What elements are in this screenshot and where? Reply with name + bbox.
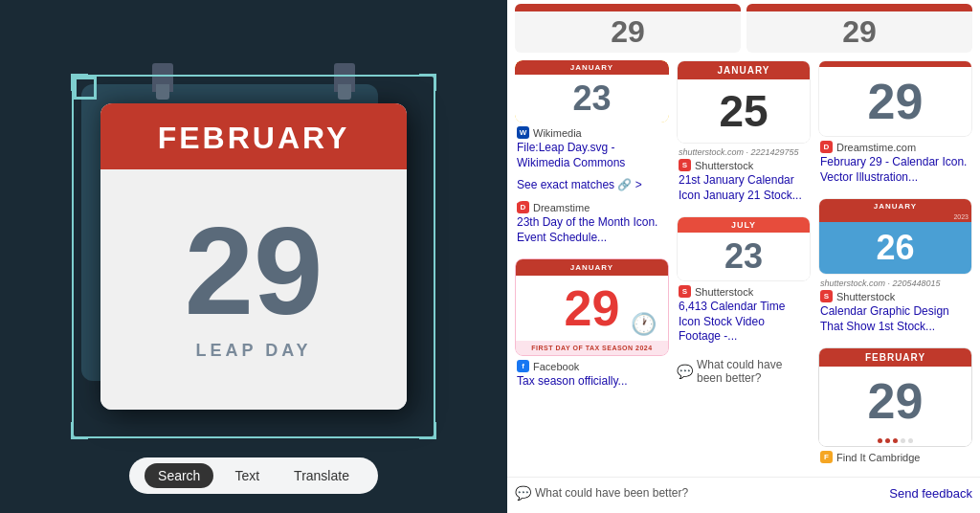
wikimedia-source: W Wikimedia (515, 126, 669, 139)
col-right: 29 D Dreamstime.com February 29 - Calend… (818, 60, 972, 465)
feb29-calendar-top: 29 (818, 60, 972, 137)
calendar-container: FEBRUARY 29 LEAP DAY (72, 75, 435, 438)
jul23-card: JULY 23 S Shutterstock 6,413 Calendar Ti… (677, 216, 811, 350)
tax-calendar: JANUARY 29 🕐 FIRST DAY OF TAX SEASON 202… (515, 258, 669, 356)
clock-icon: 🕐 (631, 312, 657, 337)
wikimedia-card: JANUARY 23 W Wikimedia File:Leap Day.svg… (515, 60, 669, 193)
feb29-day-top: 29 (868, 67, 924, 136)
corner-br (419, 422, 436, 439)
jan2023-card: JANUARY 2023 26 shutterstock.com · 22054… (818, 198, 972, 340)
dreamstime-title[interactable]: 23th Day of the Month Icon. Event Schedu… (515, 215, 669, 245)
shutterstock-icon-3: S (820, 290, 833, 302)
jan25-day: 25 (678, 79, 810, 143)
feb29-top-title[interactable]: February 29 - Calendar Icon. Vector Illu… (818, 155, 972, 185)
wikimedia-icon: W (517, 126, 529, 139)
chat-icon-bottom: 💬 (515, 485, 531, 501)
translate-button[interactable]: Translate (280, 463, 363, 488)
chat-icon: 💬 (677, 364, 693, 379)
search-button[interactable]: Search (145, 463, 213, 488)
corner-tr (419, 74, 436, 91)
shutterstock-icon-1: S (679, 159, 691, 171)
dreamstime-card: D Dreamstime 23th Day of the Month Icon.… (515, 201, 669, 251)
dreamstime-source: D Dreamstime (515, 201, 669, 213)
jan25-header: JANUARY (678, 61, 810, 79)
jul23-calendar: JULY 23 (677, 216, 811, 281)
feb-full-dots (819, 435, 971, 446)
dreamstime-source-name: Dreamstime (533, 202, 590, 213)
feb-full-calendar: FEBRUARY 29 (818, 347, 972, 447)
what-better-bottom: 💬 What could have been better? (515, 485, 688, 501)
facebook-icon: f (517, 360, 529, 372)
shutterstock-icon-2: S (679, 285, 691, 298)
shutterstock-source-1: shutterstock.com · 2221429755 (677, 147, 811, 157)
corner-bl (71, 422, 88, 439)
col-mid: JANUARY 25 shutterstock.com · 2221429755… (677, 60, 811, 465)
partial-cal-right: 29 (746, 4, 972, 53)
facebook-source: f Facebook (515, 360, 669, 372)
see-matches-link[interactable]: See exact matches 🔗 > (515, 176, 669, 193)
shutterstock-name-3: Shutterstock (836, 291, 895, 302)
dreamstime-source-2: D Dreamstime.com (818, 141, 972, 153)
shutterstock-url-3: shutterstock.com · 2205448015 (820, 279, 941, 288)
wikimedia-img: JANUARY 23 (515, 60, 669, 123)
shutterstock-url-1: shutterstock.com · 2221429755 (679, 147, 799, 157)
shutterstock-brand-2: S Shutterstock (677, 285, 811, 298)
partial-num-left: 29 (611, 11, 645, 53)
jan2023-year: 2023 (819, 213, 971, 222)
send-feedback-link[interactable]: Send feedback (889, 486, 972, 501)
top-partial-row: 29 29 (507, 0, 980, 53)
text-button[interactable]: Text (221, 463, 273, 488)
partial-bar-right (746, 4, 972, 11)
left-panel: FEBRUARY 29 LEAP DAY Search Text Transla… (0, 0, 507, 513)
what-better-text: What could have been better? (697, 358, 811, 385)
dot-5 (908, 438, 913, 443)
shutterstock-brand-3: S Shutterstock (818, 290, 972, 302)
jan25-img-wrapper: JANUARY 25 (677, 60, 811, 144)
partial-cal-left: 29 (515, 4, 741, 53)
tax-cal-day: 29 🕐 (516, 276, 668, 341)
feb-full-header: FEBRUARY (819, 348, 971, 367)
feb-full-card: FEBRUARY 29 F Find It Cambridge (818, 347, 972, 465)
wikimedia-source-name: Wikimedia (533, 127, 582, 139)
dot-2 (885, 438, 890, 443)
dreamstime-icon-2: D (820, 141, 833, 153)
tax-season-img-wrapper: JANUARY 29 🕐 FIRST DAY OF TAX SEASON 202… (515, 258, 669, 356)
tax-season-card: JANUARY 29 🕐 FIRST DAY OF TAX SEASON 202… (515, 258, 669, 395)
jan23-calendar: JANUARY 23 (515, 60, 669, 123)
feedback-inline-card: 💬 What could have been better? (677, 358, 811, 385)
jan2023-img-wrapper: JANUARY 2023 26 (818, 198, 972, 275)
partial-bar-left (515, 4, 741, 11)
jul23-day: 23 (678, 233, 810, 280)
jan2023-day: 26 (819, 222, 971, 274)
feb29-top-card: 29 D Dreamstime.com February 29 - Calend… (818, 60, 972, 190)
jan25-title[interactable]: 21st January Calendar Icon January 21 St… (677, 173, 811, 203)
what-better-bottom-text: What could have been better? (535, 486, 688, 500)
jan25-calendar: JANUARY 25 (677, 60, 811, 144)
col-left: JANUARY 23 W Wikimedia File:Leap Day.svg… (515, 60, 669, 465)
tax-cal-footer: FIRST DAY OF TAX SEASON 2024 (516, 341, 668, 355)
dot-3 (893, 438, 898, 443)
findcam-icon: F (820, 451, 833, 463)
right-panel: 29 29 JANUARY 23 W Wikimedia (507, 0, 980, 513)
wikimedia-title[interactable]: File:Leap Day.svg - Wikimedia Commons (515, 141, 669, 170)
findcam-name: Find It Cambridge (836, 452, 920, 463)
jan2023-header: JANUARY (819, 199, 971, 213)
dot-4 (901, 438, 905, 443)
jan25-card: JANUARY 25 shutterstock.com · 2221429755… (677, 60, 811, 209)
jan2023-title[interactable]: Calendar Graphic Design That Show 1st St… (818, 304, 972, 334)
tax-season-title[interactable]: Tax season officially... (515, 374, 669, 390)
dot-1 (878, 438, 882, 443)
jul23-header: JULY (678, 217, 810, 233)
feb-full-img-wrapper: FEBRUARY 29 (818, 347, 972, 447)
jul23-img-wrapper: JULY 23 (677, 216, 811, 281)
selection-box (72, 75, 435, 438)
feedback-row: 💬 What could have been better? Send feed… (507, 477, 980, 508)
jul23-title[interactable]: 6,413 Calendar Time Icon Stock Video Foo… (677, 300, 811, 345)
findcam-source: F Find It Cambridge (818, 451, 972, 463)
shutterstock-brand-1: S Shutterstock (677, 159, 811, 171)
jan2023-calendar: JANUARY 2023 26 (818, 198, 972, 275)
jan23-day: 23 (515, 75, 669, 123)
bottom-toolbar: Search Text Translate (129, 457, 378, 494)
feb-full-day: 29 (819, 367, 971, 435)
results-grid: JANUARY 23 W Wikimedia File:Leap Day.svg… (507, 53, 980, 473)
